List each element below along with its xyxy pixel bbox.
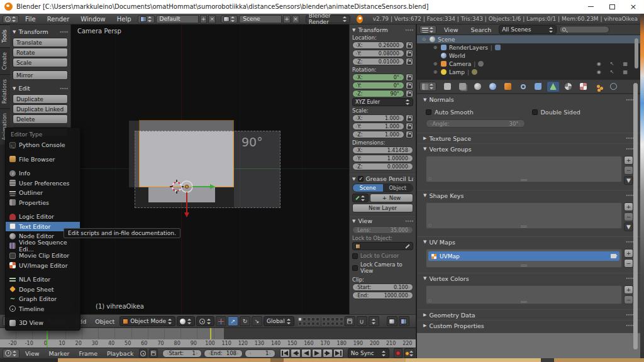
outliner-row-camera[interactable]: ⊕ Camera | ◉↖▦ (417, 60, 640, 68)
selectability-arrow-icon[interactable]: ↖ (610, 69, 614, 75)
duplicate-button[interactable]: Duplicate (13, 94, 68, 104)
vertex-colors-list[interactable] (426, 285, 622, 304)
menu-item-user-preferences[interactable]: User Preferences (6, 178, 80, 189)
list-filter-icon[interactable] (428, 177, 431, 180)
dimensions-y-field[interactable]: ‹Y:1.00000› (352, 155, 413, 162)
double-sided-row[interactable]: Double Sided (532, 109, 633, 116)
lock-icon[interactable] (406, 50, 413, 57)
manipulator-translate-button[interactable]: ↗ (228, 316, 238, 326)
tab-object[interactable]: Object (383, 184, 413, 192)
lock-icon[interactable] (406, 123, 413, 130)
snap-element-button[interactable] (369, 316, 379, 326)
tab-create[interactable]: Create (0, 47, 10, 74)
lock-camera-checkbox[interactable] (352, 265, 358, 271)
lock-icon[interactable] (406, 131, 413, 138)
tab-particles[interactable] (592, 81, 605, 92)
preview-range-button[interactable] (139, 349, 147, 358)
clip-end-field[interactable]: ‹End:1000.000› (352, 292, 413, 299)
visibility-eye-icon[interactable]: ◉ (597, 69, 601, 75)
rotate-button[interactable]: Rotate (13, 48, 68, 57)
screen-layout-field[interactable]: Default (156, 15, 199, 23)
outliner-scope-select[interactable]: All Scenes (499, 25, 557, 34)
menu-item-file-browser[interactable]: File Browser (6, 155, 80, 165)
transform-gizmo[interactable] (164, 172, 220, 222)
layer-selector[interactable] (298, 317, 343, 326)
panel-header-transform[interactable]: ▼Transform∙∙∙∙ (13, 28, 68, 35)
timeline-ruler[interactable]: -20-100102030405060708090100110120130140… (0, 339, 417, 348)
panel-header-geometry-data[interactable]: ▶Geometry Data∙∙∙∙ (417, 309, 640, 320)
shading-select[interactable] (177, 316, 195, 326)
render-opengl-anim-button[interactable] (399, 316, 409, 326)
menu-marker[interactable]: Marker (45, 350, 74, 357)
scene-icon-button[interactable] (221, 15, 238, 23)
menu-window[interactable]: Window (75, 16, 110, 23)
lens-field[interactable]: ‹Lens:35.000› (352, 226, 413, 234)
tab-constraints[interactable] (516, 81, 530, 92)
menu-view-timeline[interactable]: View (21, 350, 43, 357)
next-keyframe-button[interactable] (323, 349, 333, 358)
manipulator-scale-button[interactable]: ↘ (252, 316, 262, 326)
outliner-row-world[interactable]: World (417, 52, 640, 60)
vertex-groups-list[interactable] (426, 156, 622, 182)
menu-item-dope-sheet[interactable]: Dope Sheet (6, 285, 80, 295)
list-resize-grip[interactable] (521, 179, 527, 181)
play-reverse-button[interactable] (301, 349, 311, 358)
frame-end-field[interactable]: ‹End:108› (204, 349, 243, 358)
lock-object-field[interactable] (352, 242, 413, 250)
shape-keys-list[interactable] (426, 202, 622, 229)
menu-render[interactable]: Render (42, 16, 75, 23)
panel-header-edit[interactable]: ▼Edit∙∙∙∙ (13, 85, 68, 92)
dimensions-x-field[interactable]: ‹X:1.41458› (352, 146, 413, 154)
jump-to-start-button[interactable] (280, 349, 290, 358)
editor-divider[interactable] (416, 25, 417, 358)
dimensions-z-field[interactable]: ‹Z:0.00000› (352, 163, 413, 170)
tab-scene[interactable]: Scene (353, 184, 383, 192)
render-engine-select[interactable]: Blender Render (306, 15, 350, 23)
auto-smooth-row[interactable]: Auto Smooth (426, 109, 527, 116)
angle-field[interactable]: ‹Angle:30°› (426, 119, 525, 128)
panel-header-view[interactable]: ▼View∙∙∙∙ (352, 217, 413, 224)
rotation-x-field[interactable]: ‹X:0°› (352, 74, 404, 81)
visibility-eye-icon[interactable]: ◉ (597, 61, 601, 67)
panel-header-grease-pencil[interactable]: ▼✓Grease Pencil Layer (352, 175, 413, 182)
panel-header-vertex-colors[interactable]: ▼Vertex Colors∙∙∙∙ (417, 273, 640, 283)
tab-physics[interactable] (607, 81, 620, 92)
menu-item-logic-editor[interactable]: Logic Editor (6, 212, 80, 222)
uv-maps-list[interactable]: UVMap (426, 249, 622, 268)
orientation-select[interactable]: Global (264, 316, 294, 326)
menu-item-outliner[interactable]: Outliner (6, 188, 80, 198)
lock-icon[interactable] (406, 74, 413, 81)
scale-button[interactable]: Scale (13, 58, 68, 67)
auto-smooth-checkbox[interactable] (426, 109, 431, 115)
outliner-scrollbar[interactable] (635, 38, 638, 69)
outliner-row-scene[interactable]: ⊖ Scene (417, 35, 640, 43)
menu-object[interactable]: Object (91, 318, 118, 325)
tab-relations[interactable]: Relations (0, 74, 10, 108)
location-y-field[interactable]: ‹Y:0.08000› (352, 50, 404, 57)
tab-object-data[interactable] (547, 81, 560, 92)
scale-z-field[interactable]: ‹Z:1.000› (352, 131, 404, 138)
previous-keyframe-button[interactable] (291, 349, 301, 358)
delete-layout-button[interactable]: × (208, 15, 216, 23)
panel-header-vertex-groups[interactable]: ▼Vertex Groups∙∙∙∙ (417, 143, 640, 154)
pivot-select[interactable] (196, 316, 214, 326)
render-opengl-button[interactable] (387, 316, 397, 326)
delete-scene-button[interactable]: × (292, 15, 299, 23)
lock-icon[interactable] (406, 82, 413, 89)
editor-type-button-timeline[interactable] (3, 349, 19, 358)
remove-vertex-color-button[interactable]: − (624, 295, 633, 304)
editor-type-button-info[interactable]: i (3, 15, 19, 23)
panel-header-custom-properties[interactable]: ▶Custom Properties∙∙∙∙ (417, 320, 640, 331)
grease-pencil-draw-button[interactable] (352, 194, 369, 202)
duplicate-linked-button[interactable]: Duplicate Linked (13, 104, 68, 114)
selectability-arrow-icon[interactable]: ↖ (610, 61, 614, 67)
list-resize-grip[interactable] (521, 226, 527, 228)
outliner-row-lamp[interactable]: ⊕ Lamp | ◉↖▦ (417, 68, 640, 76)
location-z-field[interactable]: ‹Z:0.01000› (352, 58, 404, 65)
menu-frame[interactable]: Frame (75, 350, 101, 357)
menu-item-uv-image-editor[interactable]: UV/Image Editor (6, 261, 80, 271)
maximize-button[interactable] (601, 0, 623, 14)
current-frame-field[interactable]: ‹1› (245, 349, 275, 358)
tab-texture[interactable] (577, 81, 590, 92)
shape-key-specials-button[interactable]: ▼ (624, 222, 633, 231)
